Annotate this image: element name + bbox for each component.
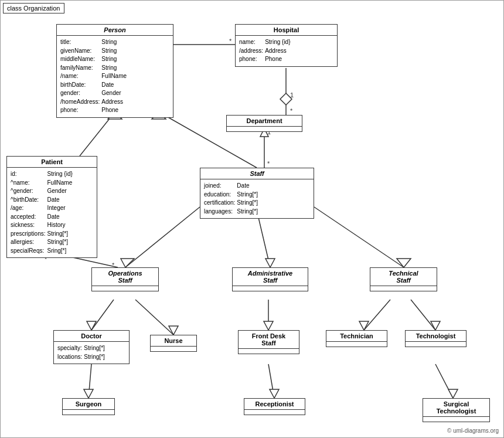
surgical-tech-title: SurgicalTechnologist (423, 399, 489, 417)
surgeon-attrs (63, 410, 114, 415)
receptionist-attrs (244, 410, 305, 415)
svg-line-12 (80, 112, 115, 156)
nurse-class: Nurse (150, 335, 197, 352)
diagram-container: class Organization * * 1 * 1 * * * (0, 0, 504, 438)
svg-line-31 (364, 300, 390, 330)
tech-staff-title: TechnicalStaff (370, 268, 437, 286)
doctor-title: Doctor (54, 331, 129, 342)
department-class: Department (226, 115, 302, 132)
doctor-class: Doctor specialty:String[*] locations:Str… (53, 330, 130, 364)
tech-staff-attrs (370, 286, 437, 291)
nurse-attrs (151, 347, 196, 351)
hospital-attrs: name:String {id} /address:Address phone:… (236, 36, 337, 66)
svg-line-37 (268, 364, 274, 398)
svg-line-33 (411, 300, 435, 330)
person-attrs: title:String givenName:String middleName… (57, 36, 173, 117)
front-desk-attrs (239, 349, 299, 354)
hospital-title: Hospital (236, 25, 337, 36)
ops-staff-class: OperationsStaff (91, 267, 159, 291)
technician-class: Technician (326, 330, 387, 347)
svg-marker-36 (84, 389, 93, 398)
svg-line-27 (135, 300, 173, 335)
svg-marker-3 (280, 93, 292, 105)
svg-text:*: * (229, 38, 232, 45)
svg-marker-26 (87, 321, 96, 330)
svg-line-39 (435, 364, 453, 398)
staff-title: Staff (200, 168, 314, 179)
svg-line-21 (258, 218, 270, 267)
receptionist-title: Receptionist (244, 399, 305, 410)
svg-line-25 (91, 300, 114, 330)
nurse-title: Nurse (151, 335, 196, 347)
department-attrs (227, 127, 302, 131)
svg-line-23 (314, 207, 404, 267)
technologist-class: Technologist (405, 330, 466, 347)
technician-title: Technician (326, 331, 387, 342)
surgical-tech-class: SurgicalTechnologist (423, 398, 490, 422)
svg-marker-38 (270, 389, 279, 398)
person-class: Person title:String givenName:String mid… (56, 24, 173, 118)
front-desk-title: Front DeskStaff (239, 331, 299, 349)
svg-marker-32 (359, 321, 369, 330)
surgeon-title: Surgeon (63, 399, 114, 410)
patient-class: Patient id:String {id} ^name:FullName ^g… (6, 156, 97, 258)
staff-class: Staff joined:Date education:String[*] ce… (200, 168, 314, 219)
department-title: Department (227, 116, 302, 127)
surgical-tech-attrs (423, 417, 489, 422)
front-desk-class: Front DeskStaff (238, 330, 299, 354)
svg-line-35 (88, 364, 91, 398)
doctor-attrs: specialty:String[*] locations:String[*] (54, 342, 129, 364)
ops-staff-title: OperationsStaff (92, 268, 158, 286)
person-title: Person (57, 25, 173, 36)
admin-staff-class: AdministrativeStaff (232, 267, 308, 291)
svg-marker-24 (397, 259, 411, 267)
admin-staff-attrs (233, 286, 308, 291)
tech-staff-class: TechnicalStaff (370, 267, 437, 291)
svg-text:*: * (290, 107, 293, 114)
svg-marker-20 (121, 259, 134, 267)
hospital-class: Hospital name:String {id} /address:Addre… (235, 24, 338, 67)
technician-attrs (326, 342, 387, 347)
technologist-title: Technologist (406, 331, 466, 342)
svg-marker-30 (264, 321, 273, 330)
ops-staff-attrs (92, 286, 158, 291)
patient-title: Patient (7, 157, 97, 168)
svg-marker-40 (448, 389, 458, 398)
svg-marker-22 (265, 259, 275, 267)
svg-text:1: 1 (290, 91, 294, 99)
frame-label: class Organization (3, 3, 64, 13)
staff-attrs: joined:Date education:String[*] certific… (200, 179, 314, 218)
svg-marker-34 (431, 321, 440, 330)
svg-marker-28 (169, 326, 178, 335)
patient-attrs: id:String {id} ^name:FullName ^gender:Ge… (7, 168, 97, 257)
svg-text:*: * (267, 160, 270, 167)
admin-staff-title: AdministrativeStaff (233, 268, 308, 286)
copyright: © uml-diagrams.org (447, 427, 499, 434)
receptionist-class: Receptionist (244, 398, 305, 415)
surgeon-class: Surgeon (62, 398, 115, 415)
svg-line-19 (125, 207, 200, 267)
technologist-attrs (406, 342, 466, 347)
